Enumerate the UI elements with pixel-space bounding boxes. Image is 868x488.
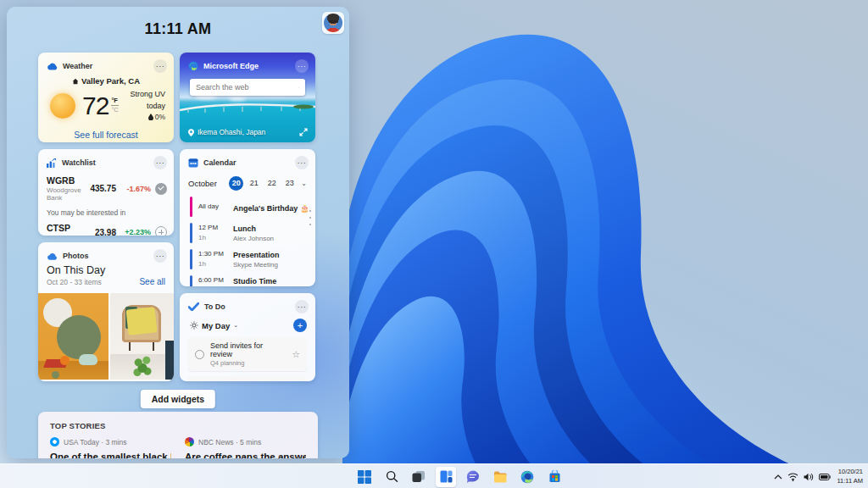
task-row[interactable]: Send invites for review Q4 planning ☆	[188, 337, 307, 371]
tray-chevron-up-button[interactable]	[774, 474, 782, 480]
calendar-scrollbar[interactable]	[309, 210, 311, 225]
stock-change: +2.23%	[120, 228, 151, 236]
chat-button[interactable]	[463, 467, 483, 487]
edge-widget[interactable]: Microsoft Edge ··· Ikema Ohashi, Japan	[180, 53, 315, 142]
battery-button[interactable]	[819, 474, 831, 480]
todo-check-icon	[188, 302, 199, 311]
edge-search-box[interactable]	[190, 79, 305, 96]
weather-widget[interactable]: Weather ··· Valley Park, CA 72 °F °C Str…	[38, 53, 174, 142]
location-pin-icon	[188, 129, 194, 136]
raindrop-icon	[148, 114, 153, 120]
wifi-button[interactable]	[787, 473, 798, 481]
see-all-link[interactable]: See all	[139, 277, 165, 286]
calendar-day-20[interactable]: 20	[229, 176, 243, 191]
task-subtitle: Q4 planning	[210, 359, 286, 367]
unit-celsius[interactable]: °C	[111, 106, 118, 114]
task-view-button[interactable]	[409, 467, 429, 487]
event-duration: 1h	[198, 259, 227, 269]
photos-more-button[interactable]: ···	[153, 249, 167, 263]
add-task-button[interactable]: +	[293, 319, 307, 332]
todo-widget[interactable]: To Do ··· My Day ⌄ + Send invites for re…	[180, 293, 315, 381]
stock-symbol: CTSP	[47, 223, 91, 233]
see-full-forecast-link[interactable]: See full forecast	[38, 130, 174, 140]
cloud-decoration	[229, 97, 246, 101]
widgets-icon	[440, 470, 453, 483]
edge-search-input[interactable]	[196, 83, 295, 92]
wallpaper-bloom-graphic	[342, 0, 868, 488]
home-icon	[72, 78, 79, 85]
my-day-sun-icon	[190, 321, 198, 330]
event-color-bar	[190, 223, 192, 243]
photo-thumbnail[interactable]	[110, 293, 174, 380]
widgets-panel: 11:11 AM Weather ··· Valley Park, CA 72 …	[7, 7, 349, 458]
my-day-label[interactable]: My Day	[202, 321, 230, 330]
calendar-day-21[interactable]: 21	[247, 176, 261, 191]
weather-condition: Strong UV today	[125, 89, 165, 112]
store-icon	[548, 470, 561, 483]
watchlist-widget[interactable]: Watchlist ··· WGRB Woodgrove Bank 435.75…	[38, 149, 174, 236]
event-time: 1:30 PM	[198, 249, 227, 259]
stock-name: Woodgrove Bank	[47, 186, 86, 202]
search-icon	[386, 470, 398, 483]
event-title: Lunch	[233, 224, 274, 235]
stock-added-check-icon[interactable]	[155, 183, 167, 195]
task-view-icon	[412, 470, 426, 483]
sun-icon	[50, 93, 75, 119]
photo-thumbnail[interactable]	[38, 293, 108, 380]
clock: 11:11 AM	[7, 20, 349, 38]
calendar-day-23[interactable]: 23	[282, 176, 297, 191]
add-widgets-button[interactable]: Add widgets	[141, 390, 215, 408]
stock-add-plus-icon[interactable]	[155, 226, 167, 236]
event-title: Presentation	[233, 250, 280, 261]
microsoft-store-button[interactable]	[544, 467, 565, 487]
profile-button[interactable]	[322, 12, 344, 34]
photos-widget[interactable]: Photos ··· On This Day Oct 20 - 33 items…	[38, 242, 174, 381]
calendar-event[interactable]: 1:30 PM1h PresentationSkype Meeting	[190, 249, 310, 269]
star-icon[interactable]: ☆	[292, 350, 300, 359]
calendar-widget[interactable]: Calendar ··· October 20 21 22 23 ⌄ All d…	[180, 149, 315, 286]
news-source: NBC News · 5 mins	[198, 438, 261, 446]
file-explorer-button[interactable]	[490, 467, 510, 487]
event-duration: 1h	[198, 233, 227, 243]
clock-date-tray[interactable]: 10/20/21 11:11 AM	[837, 468, 863, 485]
task-row[interactable]: Buy groceries Tasks ☆	[188, 376, 307, 381]
todo-more-button[interactable]: ···	[295, 300, 309, 313]
stock-row[interactable]: CTSP Contoso 23.98 +2.23%	[38, 217, 174, 236]
search-button[interactable]	[381, 467, 402, 487]
calendar-more-button[interactable]: ···	[295, 156, 309, 169]
task-title: Buy groceries	[210, 380, 286, 381]
widgets-button[interactable]	[436, 467, 456, 487]
calendar-event[interactable]: All day Angela's Birthday 🎂	[190, 197, 310, 217]
tray-time: 11:11 AM	[837, 477, 863, 485]
calendar-event[interactable]: 6:00 PM3h Studio TimeConf Rm 32/35	[190, 275, 310, 286]
volume-button[interactable]	[804, 473, 814, 481]
event-color-bar	[190, 275, 192, 286]
edge-browser-button[interactable]	[517, 467, 537, 487]
battery-icon	[819, 474, 831, 480]
edge-logo-icon	[520, 470, 534, 484]
unit-fahrenheit[interactable]: °F	[111, 97, 118, 107]
calendar-day-22[interactable]: 22	[264, 176, 279, 191]
chevron-down-icon[interactable]: ⌄	[233, 322, 238, 329]
task-checkbox[interactable]	[195, 350, 204, 359]
todo-title: To Do	[204, 302, 290, 311]
edge-more-button[interactable]: ···	[295, 59, 309, 73]
top-stories-card: TOP STORIES USA Today · 3 mins One of th…	[38, 412, 318, 458]
stock-name: Contoso	[47, 234, 91, 236]
watchlist-more-button[interactable]: ···	[153, 156, 167, 169]
edge-photo-caption-row: Ikema Ohashi, Japan	[188, 128, 265, 136]
news-story[interactable]: USA Today · 3 mins One of the smallest b…	[50, 437, 171, 458]
chevron-down-icon[interactable]: ⌄	[301, 180, 307, 187]
stock-row[interactable]: WGRB Woodgrove Bank 435.75 -1.67%	[38, 169, 174, 202]
calendar-event[interactable]: 12 PM1h LunchAlex Johnson	[190, 223, 310, 243]
start-button[interactable]	[354, 467, 375, 487]
weather-location: Valley Park, CA	[81, 76, 140, 86]
calendar-month[interactable]: October	[188, 179, 225, 188]
weather-more-button[interactable]: ···	[153, 59, 167, 73]
edge-photo-caption: Ikema Ohashi, Japan	[198, 128, 265, 136]
news-story[interactable]: NBC News · 5 mins Are coffee naps the an…	[185, 437, 306, 458]
chevron-up-icon	[774, 474, 782, 480]
expand-icon[interactable]	[299, 128, 308, 136]
taskbar: 10/20/21 11:11 AM	[0, 463, 868, 488]
calendar-title: Calendar	[203, 158, 290, 167]
